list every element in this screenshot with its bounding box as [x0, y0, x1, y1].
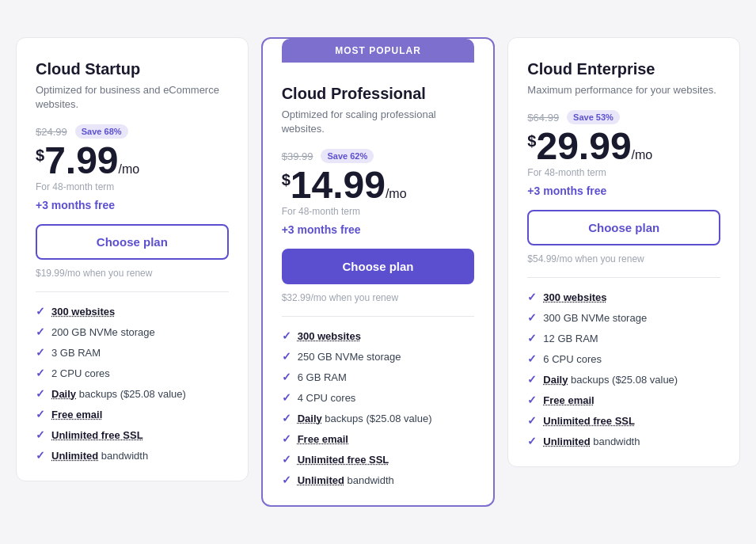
- feature-item: ✓ Daily backups ($25.08 value): [527, 373, 720, 386]
- feature-link[interactable]: Unlimited: [298, 474, 344, 486]
- feature-link[interactable]: Unlimited free SSL: [298, 454, 389, 466]
- check-icon: ✓: [527, 291, 537, 303]
- feature-text: Free email: [543, 394, 594, 406]
- price-row: $64.99 Save 53%: [527, 110, 720, 124]
- feature-link[interactable]: Daily: [51, 388, 76, 400]
- feature-link[interactable]: Daily: [543, 374, 568, 386]
- choose-plan-button[interactable]: Choose plan: [527, 210, 720, 245]
- feature-item: ✓ 300 websites: [282, 329, 475, 342]
- plan-description: Optimized for business and eCommerce web…: [36, 83, 229, 112]
- feature-link[interactable]: 300 websites: [51, 306, 115, 318]
- price-amount: 14.99: [291, 166, 386, 204]
- plan-name: Cloud Enterprise: [527, 60, 720, 78]
- price-term: For 48-month term: [282, 206, 475, 217]
- check-icon: ✓: [282, 350, 291, 363]
- feature-item: ✓ Free email: [36, 408, 229, 420]
- feature-item: ✓ Free email: [527, 394, 720, 406]
- price-term: For 48-month term: [527, 167, 720, 178]
- feature-item: ✓ 3 GB RAM: [36, 346, 229, 359]
- feature-link[interactable]: Free email: [51, 409, 102, 420]
- feature-item: ✓ 12 GB RAM: [527, 332, 720, 344]
- feature-item: ✓ 4 CPU cores: [282, 391, 475, 404]
- feature-item: ✓ 200 GB NVMe storage: [36, 325, 229, 338]
- feature-text: Unlimited free SSL: [298, 454, 389, 466]
- price-mo: /mo: [386, 187, 407, 201]
- divider: [527, 277, 720, 278]
- feature-text: Unlimited bandwidth: [298, 474, 394, 486]
- feature-text: 6 CPU cores: [543, 353, 602, 365]
- feature-text: Unlimited free SSL: [543, 415, 635, 427]
- feature-link[interactable]: 300 websites: [543, 291, 606, 303]
- feature-link[interactable]: Unlimited free SSL: [543, 415, 635, 427]
- check-icon: ✓: [282, 391, 291, 404]
- price-mo: /mo: [119, 162, 140, 177]
- check-icon: ✓: [36, 387, 45, 400]
- features-list: ✓ 300 websites ✓ 250 GB NVMe storage ✓ 6…: [282, 329, 475, 486]
- check-icon: ✓: [527, 373, 537, 386]
- feature-text: Unlimited bandwidth: [51, 450, 148, 462]
- pricing-container: Cloud Startup Optimized for business and…: [16, 37, 740, 507]
- check-icon: ✓: [527, 414, 537, 427]
- check-icon: ✓: [282, 371, 291, 383]
- check-icon: ✓: [282, 432, 291, 445]
- feature-link[interactable]: Unlimited free SSL: [51, 429, 143, 441]
- feature-link[interactable]: Free email: [298, 433, 348, 445]
- choose-plan-button[interactable]: Choose plan: [36, 224, 229, 260]
- feature-text: 4 CPU cores: [298, 392, 356, 404]
- check-icon: ✓: [527, 311, 537, 324]
- price-display: $ 29.99 /mo: [527, 127, 720, 165]
- check-icon: ✓: [527, 435, 537, 447]
- feature-link[interactable]: Daily: [298, 413, 322, 424]
- original-price: $64.99: [527, 112, 559, 124]
- feature-text: Free email: [298, 433, 348, 445]
- feature-text: 300 GB NVMe storage: [543, 312, 647, 324]
- renew-price: $32.99/mo when you renew: [282, 292, 475, 303]
- feature-item: ✓ 250 GB NVMe storage: [282, 350, 475, 363]
- feature-link[interactable]: Free email: [543, 394, 594, 406]
- check-icon: ✓: [282, 474, 291, 486]
- check-icon: ✓: [527, 332, 537, 344]
- feature-item: ✓ Daily backups ($25.08 value): [36, 387, 229, 400]
- feature-text: Daily backups ($25.08 value): [298, 413, 432, 424]
- price-mo: /mo: [632, 148, 653, 162]
- plan-card-startup: Cloud Startup Optimized for business and…: [16, 37, 249, 481]
- plan-card-professional: MOST POPULAR Cloud Professional Optimize…: [261, 37, 496, 507]
- feature-text: 6 GB RAM: [298, 371, 347, 383]
- feature-text: 3 GB RAM: [51, 347, 101, 359]
- save-badge: Save 68%: [75, 124, 128, 139]
- feature-item: ✓ 6 CPU cores: [527, 352, 720, 365]
- renew-price: $54.99/mo when you renew: [527, 253, 720, 264]
- feature-text: 200 GB NVMe storage: [51, 326, 155, 338]
- check-icon: ✓: [282, 453, 291, 466]
- feature-item: ✓ Daily backups ($25.08 value): [282, 412, 475, 424]
- save-badge: Save 62%: [321, 149, 374, 163]
- check-icon: ✓: [36, 305, 45, 318]
- feature-item: ✓ 300 websites: [36, 305, 229, 318]
- plan-name: Cloud Professional: [282, 85, 475, 103]
- check-icon: ✓: [282, 412, 291, 424]
- feature-link[interactable]: Unlimited: [543, 436, 590, 447]
- price-row: $39.99 Save 62%: [282, 149, 475, 163]
- check-icon: ✓: [36, 408, 45, 420]
- check-icon: ✓: [36, 428, 45, 441]
- feature-item: ✓ Unlimited free SSL: [282, 453, 475, 466]
- feature-text: 12 GB RAM: [543, 333, 598, 344]
- price-row: $24.99 Save 68%: [36, 124, 229, 139]
- feature-item: ✓ 6 GB RAM: [282, 371, 475, 383]
- price-dollar: $: [282, 171, 291, 189]
- check-icon: ✓: [36, 449, 45, 462]
- original-price: $39.99: [282, 150, 313, 162]
- feature-link[interactable]: Unlimited: [51, 450, 98, 462]
- feature-text: 2 CPU cores: [51, 367, 110, 379]
- feature-item: ✓ Unlimited bandwidth: [282, 474, 475, 486]
- plan-name: Cloud Startup: [36, 60, 229, 78]
- price-display: $ 7.99 /mo: [36, 142, 229, 180]
- feature-link[interactable]: 300 websites: [298, 330, 361, 342]
- plan-card-enterprise: Cloud Enterprise Maximum performance for…: [507, 37, 740, 467]
- feature-item: ✓ Unlimited bandwidth: [36, 449, 229, 462]
- price-amount: 7.99: [44, 142, 118, 180]
- check-icon: ✓: [36, 325, 45, 338]
- feature-text: Unlimited free SSL: [51, 429, 143, 441]
- choose-plan-button[interactable]: Choose plan: [282, 249, 475, 284]
- feature-text: 300 websites: [51, 306, 115, 318]
